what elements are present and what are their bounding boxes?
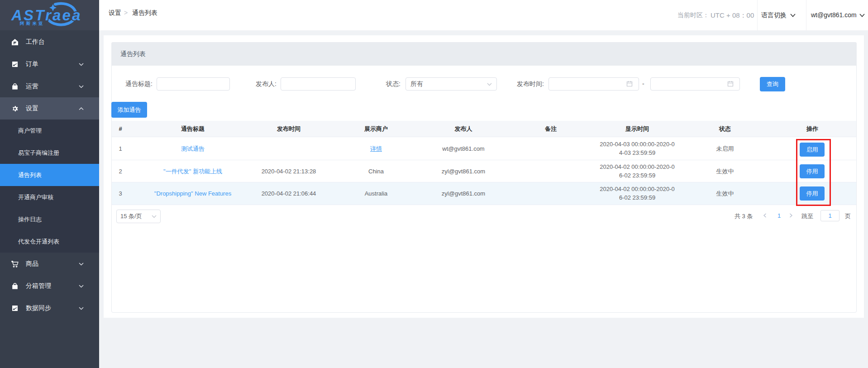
svg-text:阿斯米亚: 阿斯米亚 — [20, 21, 45, 26]
